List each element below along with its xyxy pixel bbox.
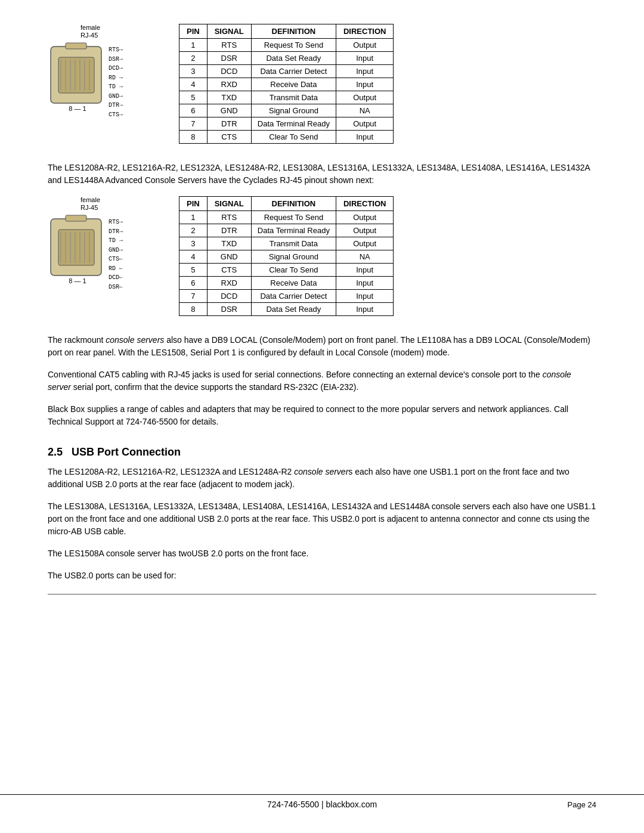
svg-rect-1	[58, 57, 94, 93]
rj45-svg-2: 8 — 1	[48, 213, 107, 290]
section-num: 2.5	[48, 446, 63, 458]
table-row: 5TXDTransmit DataOutput	[179, 91, 394, 104]
table-row: 3TXDTransmit DataOutput	[179, 237, 394, 250]
th-direction-2: DIRECTION	[336, 197, 394, 211]
connector-2-area: female RJ-45 8 — 1 RTS	[48, 196, 173, 292]
connector1-pin-labels: RTS DSR DCD RD TD GND DTR CTS	[109, 45, 119, 119]
th-definition-1: DEFINITION	[251, 24, 336, 39]
table-row: 3DCDData Carrier DetectInput	[179, 65, 394, 78]
th-signal-2: SIGNAL	[207, 197, 251, 211]
usb-para2: The LES1308A, LES1316A, LES1332A, LES134…	[48, 500, 596, 538]
th-pin-1: PIN	[179, 24, 208, 39]
table-row: 8DSRData Set ReadyInput	[179, 303, 394, 316]
th-definition-2: DEFINITION	[251, 197, 336, 211]
para3: Black Box supplies a range of cables and…	[48, 403, 596, 428]
connector2-label-sub: RJ-45	[80, 204, 98, 211]
svg-rect-12	[58, 230, 94, 265]
table-row: 4GNDSignal GroundNA	[179, 250, 394, 264]
table-row: 6GNDSignal GroundNA	[179, 104, 394, 117]
intro-text-2: The LES1208A-R2, LES1216A-R2, LES1232A, …	[48, 162, 596, 187]
svg-text:8 — 1: 8 — 1	[69, 277, 86, 284]
usb-para4: The USB2.0 ports can be used for:	[48, 569, 596, 582]
svg-rect-10	[66, 43, 86, 49]
table-row: 1RTSRequest To SendOutput	[179, 39, 394, 52]
svg-text:8 — 1: 8 — 1	[69, 105, 86, 112]
page-divider	[48, 594, 596, 594]
connector2-arrows: → → → → ← ← ← ←	[119, 218, 123, 292]
connector2-svg-area: 8 — 1	[48, 213, 107, 292]
section-heading-usb: 2.5 USB Port Connection	[48, 446, 596, 459]
table-row: 8CTSClear To SendInput	[179, 131, 394, 144]
table-row: 4RXDReceive DataInput	[179, 78, 394, 91]
table-row: 5CTSClear To SendInput	[179, 264, 394, 277]
pinout-table-1: PIN SIGNAL DEFINITION DIRECTION 1RTSRequ…	[179, 24, 394, 144]
table-row: 1RTSRequest To SendOutput	[179, 211, 394, 224]
connector1-label-sub: RJ-45	[80, 32, 98, 39]
footer-page: Page 24	[568, 800, 596, 809]
connector2-body: 8 — 1 RTS DTR TD GND CTS RD DCD DSR → → …	[48, 213, 123, 292]
table1-area: PIN SIGNAL DEFINITION DIRECTION 1RTSRequ…	[179, 24, 596, 144]
para2: Conventional CAT5 cabling with RJ-45 jac…	[48, 368, 596, 394]
connector-1-area: female RJ-45 8	[48, 24, 173, 121]
table-row: 2DSRData Set ReadyInput	[179, 52, 394, 65]
diagram-section-1: female RJ-45 8	[48, 24, 596, 144]
usb-para1: The LES1208A-R2, LES1216A-R2, LES1232A a…	[48, 466, 596, 491]
page-footer: 724-746-5500 | blackbox.com Page 24	[0, 794, 644, 809]
svg-rect-21	[66, 215, 86, 221]
connector1-svg-area: 8 — 1	[48, 41, 107, 120]
connector2-pin-labels: RTS DTR TD GND CTS RD DCD DSR	[109, 218, 119, 292]
th-pin-2: PIN	[179, 197, 208, 211]
table-row: 2DTRData Terminal ReadyOutput	[179, 224, 394, 237]
connector2-label-top: female	[80, 196, 100, 203]
table-row: 6RXDReceive DataInput	[179, 277, 394, 290]
table-row: 7DCDData Carrier DetectInput	[179, 290, 394, 303]
footer-contact: 724-746-5500 | blackbox.com	[267, 800, 377, 809]
section-title: USB Port Connection	[72, 446, 181, 458]
usb-para3: The LES1508A console server has twoUSB 2…	[48, 547, 596, 560]
connector1-label-top: female	[80, 24, 100, 31]
th-direction-1: DIRECTION	[336, 24, 394, 39]
table-row: 7DTRData Terminal ReadyOutput	[179, 117, 394, 131]
th-signal-1: SIGNAL	[207, 24, 251, 39]
connector1-arrows: → → → → → → → →	[119, 45, 123, 119]
diagram-section-2: female RJ-45 8 — 1 RTS	[48, 196, 596, 316]
table2-area: PIN SIGNAL DEFINITION DIRECTION 1RTSRequ…	[179, 196, 596, 316]
rj45-svg-1: 8 — 1	[48, 41, 107, 118]
pinout-table-2: PIN SIGNAL DEFINITION DIRECTION 1RTSRequ…	[179, 196, 394, 316]
connector1-body: 8 — 1 RTS DSR DCD RD TD GND DTR CTS → →	[48, 41, 123, 120]
para1: The rackmount console servers also have …	[48, 334, 596, 359]
